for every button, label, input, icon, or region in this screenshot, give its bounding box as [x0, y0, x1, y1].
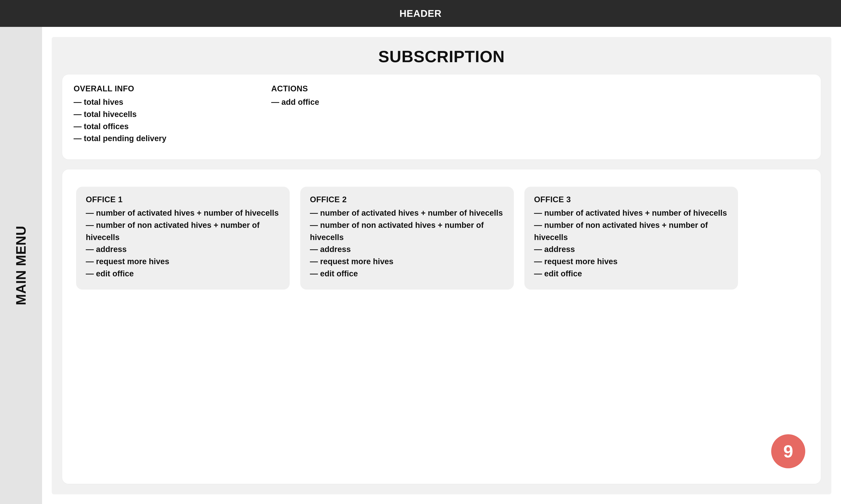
overall-item-total-offices: — total offices [73, 121, 271, 133]
office-nonactivated-hives: — number of non activated hives + number… [86, 219, 280, 244]
office-request-more-hives[interactable]: — request more hives [534, 256, 728, 268]
office-nonactivated-hives: — number of non activated hives + number… [310, 219, 504, 244]
office-card-1[interactable]: OFFICE 1 — number of activated hives + n… [76, 187, 290, 290]
office-request-more-hives[interactable]: — request more hives [310, 256, 504, 268]
summary-card: OVERALL INFO — total hives — total hivec… [62, 75, 821, 159]
overall-item-total-pending-delivery: — total pending delivery [73, 132, 271, 145]
office-title: OFFICE 3 [534, 195, 728, 204]
office-title: OFFICE 1 [86, 195, 280, 204]
actions-heading: ACTIONS [271, 84, 469, 93]
page-number-badge: 9 [771, 434, 805, 468]
office-nonactivated-hives: — number of non activated hives + number… [534, 219, 728, 244]
app-header: HEADER [0, 0, 841, 27]
actions-section: ACTIONS — add office [271, 84, 469, 145]
office-address: — address [310, 244, 504, 256]
office-edit-office[interactable]: — edit office [534, 268, 728, 280]
main-menu-sidebar[interactable]: MAIN MENU [0, 27, 42, 504]
overall-info-heading: OVERALL INFO [73, 84, 271, 93]
main-menu-label: MAIN MENU [13, 226, 29, 305]
office-title: OFFICE 2 [310, 195, 504, 204]
office-activated-hives: — number of activated hives + number of … [534, 207, 728, 219]
header-title: HEADER [399, 8, 442, 19]
offices-row: OFFICE 1 — number of activated hives + n… [76, 187, 807, 290]
office-activated-hives: — number of activated hives + number of … [86, 207, 280, 219]
page-number-value: 9 [784, 441, 793, 462]
office-edit-office[interactable]: — edit office [310, 268, 504, 280]
offices-panel: OFFICE 1 — number of activated hives + n… [62, 169, 821, 484]
office-edit-office[interactable]: — edit office [86, 268, 280, 280]
overall-item-total-hives: — total hives [73, 96, 271, 108]
overall-item-total-hivecells: — total hivecells [73, 108, 271, 121]
overall-info-section: OVERALL INFO — total hives — total hivec… [73, 84, 271, 145]
office-address: — address [534, 244, 728, 256]
office-card-3[interactable]: OFFICE 3 — number of activated hives + n… [525, 187, 738, 290]
page-title: SUBSCRIPTION [62, 47, 821, 66]
office-address: — address [86, 244, 280, 256]
content-area: SUBSCRIPTION OVERALL INFO — total hives … [52, 37, 831, 494]
office-activated-hives: — number of activated hives + number of … [310, 207, 504, 219]
action-add-office[interactable]: — add office [271, 96, 469, 108]
office-request-more-hives[interactable]: — request more hives [86, 256, 280, 268]
office-card-2[interactable]: OFFICE 2 — number of activated hives + n… [300, 187, 514, 290]
